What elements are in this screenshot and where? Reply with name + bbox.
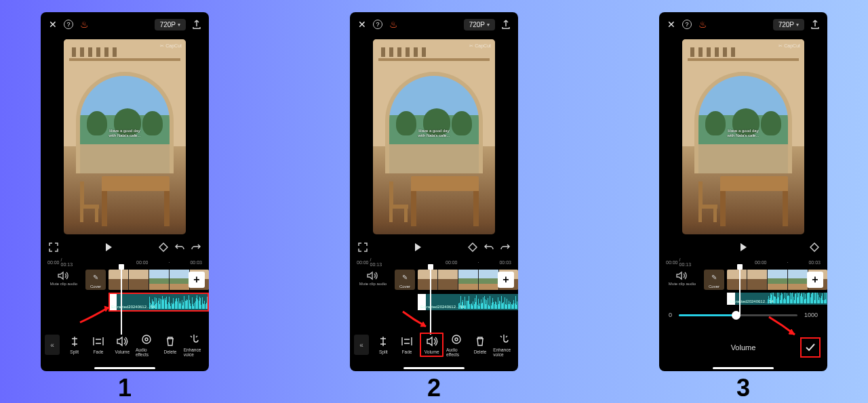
- tool-delete[interactable]: Delete: [159, 335, 180, 354]
- flame-icon[interactable]: ♨: [388, 19, 399, 30]
- add-clip-button[interactable]: +: [189, 272, 205, 288]
- mute-clip-audio-icon[interactable]: [676, 271, 688, 280]
- audio-track[interactable]: Extracted20240612…54: [727, 293, 827, 305]
- svg-point-1: [145, 338, 148, 341]
- home-indicator: [403, 367, 465, 369]
- add-clip-button[interactable]: +: [807, 272, 823, 288]
- tool-split[interactable]: Split: [373, 335, 394, 354]
- cover-thumb[interactable]: Cover: [85, 270, 106, 290]
- top-bar: ? ♨ 720P: [41, 12, 209, 37]
- audio-clip-label: Extracted20240612…54: [420, 305, 465, 309]
- close-icon[interactable]: [666, 19, 677, 30]
- preview-area: ✂ CapCut Have a good daywith Nala's cafe…: [350, 37, 518, 237]
- flame-icon[interactable]: ♨: [79, 19, 90, 30]
- play-button[interactable]: [415, 243, 421, 251]
- collapse-toolbar-icon[interactable]: «: [45, 335, 60, 355]
- time-ruler: 00:00/ 00:13 00:00·00:03: [350, 257, 518, 267]
- export-icon[interactable]: [810, 19, 821, 30]
- help-icon[interactable]: ?: [682, 20, 692, 29]
- help-icon[interactable]: ?: [64, 20, 73, 29]
- keyframe-icon[interactable]: [159, 242, 168, 252]
- phone-screen-2: ? ♨ 720P ✂ CapCut Have a good daywith Na…: [350, 12, 518, 371]
- mute-clip-audio-icon[interactable]: [367, 271, 379, 280]
- mute-clip-label: Mute clip audio: [359, 282, 387, 287]
- mute-clip-label: Mute clip audio: [50, 282, 77, 287]
- resolution-dropdown[interactable]: 720P: [773, 19, 804, 30]
- svg-point-0: [142, 335, 151, 343]
- fullscreen-icon[interactable]: [358, 242, 368, 252]
- export-icon[interactable]: [191, 19, 202, 30]
- svg-point-2: [452, 335, 460, 343]
- fullscreen-icon[interactable]: [49, 242, 58, 252]
- preview-caption: Have a good daywith Nala's cafe...: [728, 129, 760, 138]
- video-preview[interactable]: ✂ CapCut Have a good daywith Nala's cafe…: [64, 39, 186, 234]
- keyframe-icon[interactable]: [810, 242, 819, 252]
- step-3-wrap: ? ♨ 720P ✂ CapCut Have a good daywith Na…: [659, 12, 827, 402]
- tool-volume[interactable]: Volume: [420, 333, 443, 357]
- phone-screen-3: ? ♨ 720P ✂ CapCut Have a good daywith Na…: [659, 12, 827, 371]
- slider-min: 0: [669, 312, 672, 318]
- confirm-button[interactable]: [800, 337, 821, 358]
- play-button[interactable]: [106, 243, 112, 251]
- audio-clip-label: Extracted20240612…54: [111, 305, 155, 309]
- preview-caption: Have a good daywith Nala's cafe...: [418, 129, 450, 138]
- preview-area: ✂ CapCut Have a good daywith Nala's cafe…: [659, 37, 827, 237]
- tool-audio-effects[interactable]: Audio effects: [446, 333, 467, 357]
- tool-delete[interactable]: Delete: [470, 335, 491, 354]
- home-indicator: [713, 367, 774, 369]
- video-preview[interactable]: ✂ CapCut Have a good daywith Nala's cafe…: [373, 39, 495, 234]
- bottom-toolbar: « Split Fade Volume Audio effects Delete…: [41, 328, 209, 362]
- playback-row: [350, 237, 518, 257]
- volume-panel-label: Volume: [731, 343, 756, 352]
- close-icon[interactable]: [47, 19, 58, 30]
- export-icon[interactable]: [500, 19, 511, 30]
- tutorial-steps-row: ? ♨ 720P ✂ CapCut Have a good daywith Na…: [0, 0, 868, 402]
- add-clip-button[interactable]: +: [498, 272, 514, 288]
- playback-row: [41, 237, 209, 257]
- cover-thumb[interactable]: Cover: [704, 270, 724, 290]
- video-preview[interactable]: ✂ CapCut Have a good daywith Nala's cafe…: [682, 39, 804, 234]
- time-ruler: 00:00/ 00:13 00:00·00:03: [41, 257, 209, 267]
- preview-caption: Have a good daywith Nala's cafe...: [109, 129, 141, 138]
- help-icon[interactable]: ?: [373, 20, 382, 29]
- step-number-2: 2: [427, 374, 441, 402]
- collapse-toolbar-icon[interactable]: «: [354, 335, 369, 355]
- step-number-3: 3: [736, 374, 750, 402]
- slider-max: 1000: [804, 312, 818, 318]
- watermark: ✂ CapCut: [160, 43, 182, 49]
- tool-split[interactable]: Split: [64, 335, 85, 354]
- timeline[interactable]: Mute clip audio Cover + Extracted2024061…: [350, 267, 518, 321]
- redo-icon[interactable]: [191, 242, 201, 252]
- home-indicator: [94, 367, 155, 369]
- play-button[interactable]: [741, 243, 747, 251]
- close-icon[interactable]: [357, 19, 368, 30]
- tool-fade[interactable]: Fade: [87, 335, 108, 354]
- playback-row: [659, 237, 827, 257]
- annotation-arrow: [768, 316, 800, 339]
- tool-fade[interactable]: Fade: [397, 335, 418, 354]
- undo-icon[interactable]: [484, 242, 494, 252]
- undo-icon[interactable]: [175, 242, 184, 252]
- cover-thumb[interactable]: Cover: [395, 270, 415, 290]
- watermark: ✂ CapCut: [469, 43, 491, 49]
- playhead[interactable]: [121, 267, 122, 335]
- keyframe-icon[interactable]: [468, 242, 477, 252]
- resolution-dropdown[interactable]: 720P: [155, 19, 186, 30]
- top-bar: ? ♨ 720P: [659, 12, 827, 37]
- top-bar: ? ♨ 720P: [350, 12, 518, 37]
- volume-panel: Volume: [659, 333, 827, 362]
- resolution-dropdown[interactable]: 720P: [464, 19, 495, 30]
- bottom-toolbar: « Split Fade Volume Audio effects Delete…: [350, 328, 518, 362]
- flame-icon[interactable]: ♨: [697, 19, 708, 30]
- timeline[interactable]: Mute clip audio Cover + Extracted2024061…: [41, 267, 209, 321]
- step-2-wrap: ? ♨ 720P ✂ CapCut Have a good daywith Na…: [350, 12, 518, 402]
- redo-icon[interactable]: [500, 242, 510, 252]
- tool-enhance-voice[interactable]: Enhance voice: [184, 333, 205, 357]
- mute-clip-label: Mute clip audio: [669, 282, 696, 287]
- mute-clip-audio-icon[interactable]: [58, 271, 70, 280]
- svg-point-3: [455, 338, 458, 341]
- tool-enhance-voice[interactable]: Enhance voice: [493, 333, 514, 357]
- tool-audio-effects[interactable]: Audio effects: [136, 333, 157, 357]
- tool-volume[interactable]: Volume: [112, 335, 133, 354]
- audio-track[interactable]: Extracted20240612…54: [418, 294, 518, 310]
